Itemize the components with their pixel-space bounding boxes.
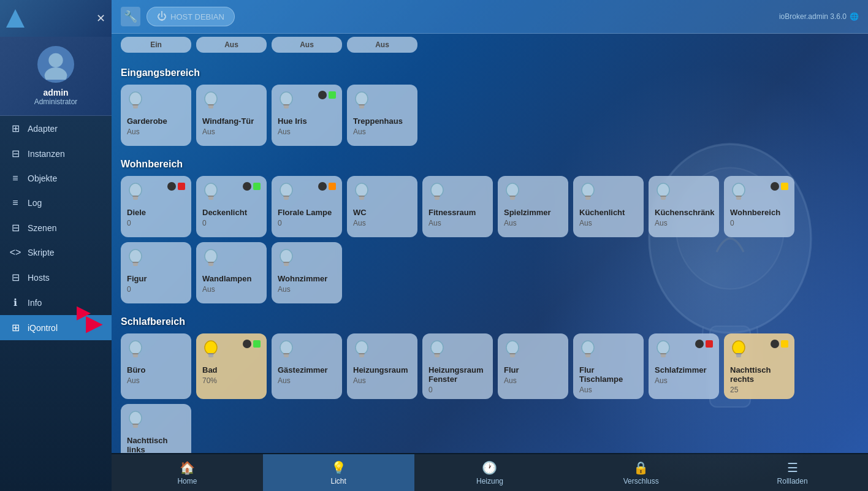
card-nachttisch-links[interactable]: Nachttisch links0: [121, 404, 191, 453]
card-name-label: WC: [353, 208, 411, 217]
bulb-icon: [202, 91, 219, 113]
card-deckenlicht[interactable]: Deckenlicht0: [196, 176, 267, 237]
card-status-label: Aus: [504, 219, 517, 227]
top-card-4[interactable]: Aus: [347, 37, 417, 53]
svg-rect-34: [585, 196, 591, 197]
card-name-label: Küchenschränk: [655, 208, 713, 217]
card-garderobe[interactable]: GarderobeAus: [121, 85, 191, 146]
top-card-3-status: Aus: [278, 40, 336, 49]
card-name-label: Figur: [127, 274, 185, 283]
username-label: admin: [43, 88, 68, 97]
bulb-icon: [278, 91, 295, 113]
card-name-label: Schlafzimmer: [655, 365, 713, 375]
top-card-3[interactable]: Aus: [272, 37, 342, 53]
card-heizungsraum-fenster[interactable]: Heizungsraum Fenster0: [422, 333, 493, 399]
svg-point-62: [431, 341, 443, 354]
bottom-nav-rollladen[interactable]: ☰ Rollladen: [717, 454, 868, 491]
card-top: [504, 182, 562, 205]
card-diele[interactable]: Diele0: [121, 176, 191, 237]
svg-point-44: [205, 249, 217, 263]
card-wc[interactable]: WCAus: [347, 176, 417, 237]
svg-rect-31: [509, 196, 516, 197]
card-wohnbereich[interactable]: Wohnbereich0: [724, 176, 794, 237]
cards-row-schlafbereich: BüroAusBad70%GästezimmerAusHeizungsraumA…: [121, 333, 859, 453]
svg-point-38: [733, 183, 745, 197]
bulb-icon: [655, 182, 672, 205]
sidebar-item-adapter[interactable]: ⊞ Adapter: [0, 116, 112, 141]
card-status-label: Aus: [655, 219, 668, 227]
card-heizungsraum[interactable]: HeizungsraumAus: [347, 333, 417, 399]
card-status-label: 25: [730, 386, 738, 394]
card-figur[interactable]: Figur0: [121, 242, 191, 303]
scroll-area[interactable]: Ein Aus Aus Aus EingangsbereichGarderobe…: [112, 34, 868, 453]
version-info: ioBroker.admin 3.6.0 🌐: [779, 12, 859, 21]
svg-rect-79: [132, 424, 139, 425]
card-flur-tischlampe[interactable]: Flur TischlampeAus: [573, 333, 644, 399]
bottom-icon-licht: 💡: [331, 460, 346, 475]
svg-point-14: [129, 183, 142, 197]
power-icon: ⏻: [157, 11, 167, 22]
sidebar-item-hosts[interactable]: ⊟ Hosts: [0, 265, 112, 290]
card-fitnessraum[interactable]: FitnessraumAus: [422, 176, 493, 237]
bulb-icon: [730, 182, 747, 205]
card-status-label: Aus: [127, 376, 140, 385]
card-flur[interactable]: FlurAus: [498, 333, 568, 399]
svg-rect-13: [359, 104, 365, 105]
sidebar-item-log[interactable]: ≡ Log: [0, 191, 112, 215]
nav-label-skripte: Skripte: [28, 248, 55, 257]
black-indicator: [167, 182, 176, 191]
card-top: [730, 182, 788, 205]
app-logo: [6, 9, 25, 28]
section-wohnbereich: WohnbereichDiele0Deckenlicht0Florale Lam…: [112, 149, 868, 306]
card-wandlampen[interactable]: WandlampenAus: [196, 242, 267, 303]
card-küchenlicht[interactable]: KüchenlichtAus: [573, 176, 644, 237]
sidebar-item-szenen[interactable]: ⊟ Szenen: [0, 215, 112, 240]
bottom-nav-home[interactable]: 🏠 Home: [112, 454, 263, 491]
card-florale-lampe[interactable]: Florale Lampe0: [272, 176, 342, 237]
top-card-1[interactable]: Ein: [121, 37, 191, 53]
bottom-label-rollladen: Rollladen: [777, 477, 808, 485]
card-name-label: Heizungsraum Fenster: [428, 365, 487, 384]
sidebar-item-skripte[interactable]: <> Skripte: [0, 240, 112, 265]
card-nachttisch-rechts[interactable]: Nachttisch rechts25: [724, 333, 794, 399]
card-bad[interactable]: Bad70%: [196, 333, 267, 399]
host-button[interactable]: ⏻ HOST DEBIAN: [147, 7, 235, 26]
svg-rect-67: [509, 353, 516, 354]
card-status-label: Aus: [579, 386, 592, 394]
bottom-nav-verschluss[interactable]: 🔒 Verschluss: [565, 454, 717, 491]
card-name-label: Garderobe: [127, 116, 185, 126]
card-büro[interactable]: BüroAus: [121, 333, 191, 399]
card-indicators: [318, 182, 336, 191]
card-name-label: Deckenlicht: [202, 208, 261, 217]
close-icon[interactable]: ✕: [96, 12, 105, 25]
svg-point-11: [356, 92, 368, 105]
nav-label-szenen: Szenen: [28, 223, 56, 233]
nav-label-log: Log: [28, 198, 42, 208]
card-hue-iris[interactable]: Hue IrisAus: [272, 85, 342, 146]
card-status-label: 0: [428, 386, 433, 394]
card-status-label: 0: [278, 219, 282, 227]
card-treppenhaus[interactable]: TreppenhausAus: [347, 85, 417, 146]
bottom-nav-licht[interactable]: 💡 Licht: [263, 454, 414, 491]
card-windfang-tür[interactable]: Windfang-TürAus: [196, 85, 267, 146]
nav-icon-skripte: <>: [9, 247, 21, 258]
card-gästezimmer[interactable]: GästezimmerAus: [272, 333, 342, 399]
card-spielzimmer[interactable]: SpielzimmerAus: [498, 176, 568, 237]
wrench-button[interactable]: 🔧: [121, 7, 140, 26]
top-card-2[interactable]: Aus: [196, 37, 267, 53]
card-schlafzimmer[interactable]: SchlafzimmerAus: [649, 333, 719, 399]
card-wohnzimmer[interactable]: WohnzimmerAus: [272, 242, 342, 303]
bulb-icon: [202, 248, 219, 271]
svg-rect-46: [208, 262, 214, 263]
red-indicator: [706, 340, 713, 348]
svg-point-65: [506, 341, 519, 354]
sidebar-item-instanzen[interactable]: ⊟ Instanzen: [0, 141, 112, 166]
card-küchenschränk[interactable]: KüchenschränkAus: [649, 176, 719, 237]
svg-point-1: [45, 67, 67, 80]
bottom-nav-heizung[interactable]: 🕐 Heizung: [414, 454, 566, 491]
svg-rect-52: [132, 353, 139, 354]
card-indicators: [695, 340, 713, 348]
black-indicator: [243, 340, 251, 348]
sidebar-item-objekte[interactable]: ≡ Objekte: [0, 166, 112, 191]
card-status-label: 0: [127, 219, 131, 227]
